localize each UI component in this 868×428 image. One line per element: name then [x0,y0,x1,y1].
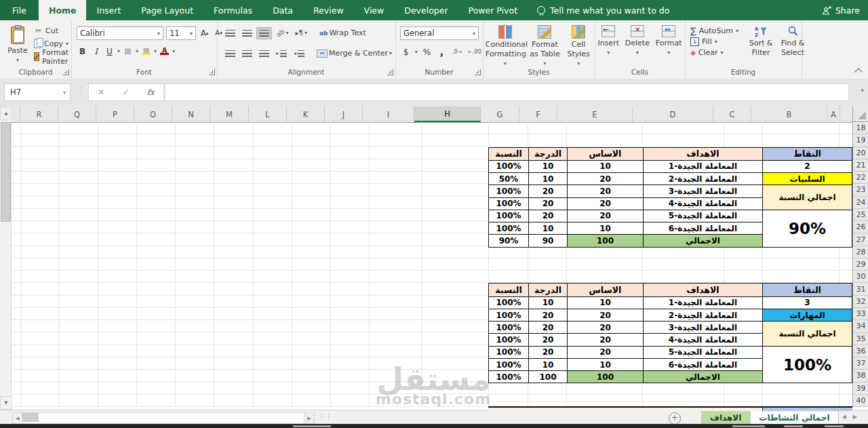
table-cell[interactable]: 100% [489,222,528,234]
table-total-cell[interactable]: الاجمالي [643,234,762,246]
table-cell[interactable]: 5-المعاملة الجيدة [643,210,762,222]
table-header-cell[interactable]: النسبة [489,148,528,160]
points-value-cell[interactable]: 3 [762,296,852,309]
table-total-cell[interactable]: 90 [528,234,567,246]
format-cells-button[interactable]: ↔ Format ▾ [656,25,682,56]
table-cell[interactable]: 10 [528,358,567,370]
table-header-cell[interactable]: النسبة [489,284,528,296]
row-header-37[interactable]: 37 [853,357,868,370]
column-header-b[interactable]: B [751,106,827,122]
percent-style-button[interactable]: % [421,45,433,58]
table-cell[interactable]: 10 [567,160,643,172]
clear-button[interactable]: ◆ Clear ▾ [690,47,738,58]
table-header-cell[interactable]: الاهداف [643,284,762,296]
table-cell[interactable]: 20 [567,197,643,210]
insert-cells-button[interactable]: ← Insert ▾ [597,25,619,56]
table-cell[interactable]: 3-المعاملة الجيدة [643,184,762,197]
table-cell[interactable]: 20 [528,321,567,333]
row-header-28[interactable]: 28 [853,246,868,258]
wrap-text-button[interactable]: ab Wrap Text [317,26,369,40]
table-cell[interactable]: 20 [567,172,643,184]
points-total-label-cell[interactable]: اجمالي النسبة [762,321,852,346]
column-header-o[interactable]: O [134,106,172,122]
vertical-scrollbar-thumb[interactable] [1,122,11,222]
column-header-g[interactable]: G [481,106,519,122]
horizontal-scrollbar[interactable]: ◀ ▶ [12,412,315,423]
table-cell[interactable]: 6-المعاملة الجيدة [643,222,762,234]
align-bottom-button[interactable] [256,27,272,39]
table-total-cell[interactable]: 100% [489,370,528,383]
table-header-cell[interactable]: الاساس [567,148,643,160]
row-header-23[interactable]: 23 [853,184,868,196]
table-cell[interactable]: 100% [489,160,528,172]
table-header-cell[interactable]: النقاط [762,284,852,296]
table-cell[interactable]: 100% [489,333,528,345]
select-all-corner[interactable] [852,106,868,122]
table-cell[interactable]: 10 [567,358,643,370]
column-header-h[interactable]: H [414,106,481,122]
row-header-19[interactable]: 19 [853,134,868,147]
scrollbar-resize-handle[interactable]: ⋮⋮ [319,413,332,420]
column-header-d[interactable]: D [633,106,713,122]
table-cell[interactable]: 1-المعاملة الجيدة [643,296,762,309]
table-header-cell[interactable]: الاساس [567,284,643,296]
table-cell[interactable]: 100% [489,197,528,210]
sort-filter-button[interactable]: A Z Sort & Filter [746,20,776,58]
increase-indent-button[interactable]: ▸ [273,47,290,60]
fill-button[interactable]: ↓ Fill ▾ [690,36,738,47]
currency-button[interactable]: $ [400,45,412,58]
row-header-30[interactable]: 30 [853,271,868,283]
format-as-table-button[interactable]: Format as Table ▾ [527,20,562,66]
orientation-button[interactable]: ab▾ [273,26,292,39]
table-cell[interactable]: 100% [489,321,528,333]
borders-button[interactable]: ⊞ [122,45,134,58]
row-header-32[interactable]: 32 [853,296,868,308]
table-cell[interactable]: 10 [528,296,567,309]
column-header-m[interactable]: M [210,106,249,122]
borders-dropdown-arrow[interactable]: ▾ [136,48,138,54]
ribbon-tab-file[interactable]: File [0,0,39,20]
column-header-c[interactable]: C [713,106,751,122]
fill-color-arrow[interactable]: ▾ [154,48,157,54]
column-header-l[interactable]: L [249,106,287,122]
decrease-decimal-button[interactable]: ←.00 [467,48,482,56]
ribbon-tab-formulas[interactable]: Formulas [203,0,262,20]
row-header-18[interactable]: 18 [853,122,868,134]
table-cell[interactable]: 20 [528,309,567,321]
table-total-cell[interactable]: 100 [567,234,643,246]
table-cell[interactable]: 3-المعاملة الجيدة [643,321,762,333]
table-total-cell[interactable]: 100 [528,370,567,383]
table-cell[interactable]: 100% [489,184,528,197]
scroll-right-arrow[interactable]: ▶ [304,412,315,424]
name-box-arrow[interactable]: ▾ [58,90,70,96]
copy-dropdown-arrow[interactable]: ▾ [66,41,68,47]
horizontal-scrollbar-thumb[interactable] [22,413,39,422]
column-header-i[interactable]: I [363,106,414,122]
table-cell[interactable]: 20 [528,346,567,358]
table-header-cell[interactable]: النقاط [762,148,852,160]
points-category-cell[interactable]: المهارات [762,309,852,321]
align-left-button[interactable] [222,47,238,60]
new-sheet-button[interactable]: + [669,412,681,425]
table-cell[interactable]: 20 [528,333,567,345]
table-cell[interactable]: 100% [489,346,528,358]
column-header-e[interactable]: E [557,106,633,122]
font-color-button[interactable]: A [159,45,170,58]
find-select-button[interactable]: Find & Select [778,20,807,58]
points-value-cell[interactable]: 2 [762,160,852,172]
cancel-entry-button[interactable]: ✕ [98,87,104,97]
row-header-27[interactable]: 27 [853,233,868,246]
cut-button[interactable]: ✂ Cut [33,24,72,37]
format-painter-button[interactable]: Format Painter [33,50,72,63]
table-total-cell[interactable]: الاجمالي [643,370,762,383]
table-cell[interactable]: 20 [567,184,643,197]
row-header-40[interactable]: 40 [853,395,868,407]
align-top-button[interactable] [222,27,238,39]
bold-button[interactable]: B [77,45,88,58]
table-cell[interactable]: 20 [528,197,567,210]
ribbon-tab-insert[interactable]: Insert [86,0,131,20]
vertical-scrollbar[interactable]: ▲ ▼ [0,106,12,410]
column-header-a[interactable]: A [827,106,840,122]
ribbon-tab-page-layout[interactable]: Page Layout [131,0,203,20]
delete-cells-button[interactable]: × Delete ▾ [625,25,650,56]
